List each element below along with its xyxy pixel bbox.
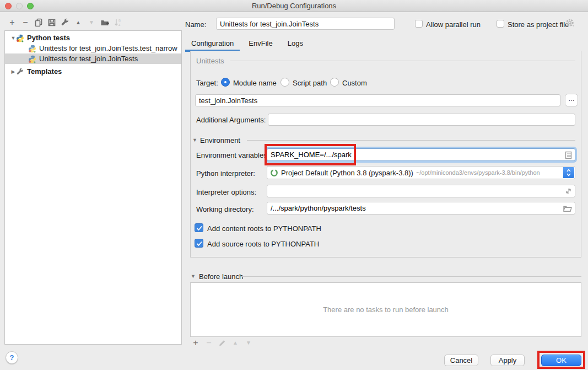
before-launch-collapse-arrow[interactable]: ▼: [191, 274, 196, 279]
name-label: Name:: [185, 20, 206, 29]
interpreter-options-input[interactable]: [267, 185, 575, 197]
tree-item-templates[interactable]: ▶ Templates: [5, 66, 181, 77]
tree-item-label: Templates: [27, 67, 62, 76]
python-icon: [16, 34, 25, 42]
remove-configuration-button[interactable]: −: [19, 17, 32, 29]
gear-icon: [565, 18, 575, 28]
working-directory-field[interactable]: [267, 202, 575, 215]
tab-configuration[interactable]: Configuration: [185, 36, 240, 51]
environment-collapse-arrow[interactable]: ▼: [192, 137, 197, 143]
interpreter-options-label: Interpreter options:: [196, 188, 256, 196]
configurations-tree: ▼ Python tests Unittests for test_join.J…: [4, 30, 182, 345]
python-test-icon: [28, 45, 37, 52]
tab-logs[interactable]: Logs: [282, 36, 309, 51]
allow-parallel-run-label: Allow parallel run: [426, 20, 481, 29]
edit-templates-button[interactable]: [58, 17, 72, 29]
copy-configuration-button[interactable]: [32, 17, 45, 29]
move-down-button[interactable]: ▼: [85, 17, 98, 29]
target-custom-radio[interactable]: [330, 78, 339, 87]
target-module-name-radio[interactable]: [221, 78, 230, 87]
additional-arguments-label: Additional Arguments:: [196, 116, 266, 124]
sort-configurations-button[interactable]: az: [111, 17, 125, 29]
window-title: Run/Debug Configurations: [0, 2, 588, 10]
expand-editor-icon[interactable]: [565, 187, 572, 195]
wrench-icon: [16, 68, 25, 76]
dropdown-stepper-icon[interactable]: [563, 167, 574, 178]
add-source-roots-label: Add source roots to PYTHONPATH: [207, 240, 319, 248]
pencil-icon: [218, 339, 226, 347]
before-launch-toolbar: + − ▲ ▼: [189, 337, 255, 349]
before-launch-title: Before launch: [199, 272, 243, 281]
working-directory-input[interactable]: [267, 202, 575, 214]
browse-target-button[interactable]: ...: [565, 94, 578, 106]
config-tabs: Configuration EnvFile Logs: [185, 36, 581, 51]
before-launch-divider: [241, 276, 581, 277]
before-launch-empty-message: There are no tasks to run before launch: [323, 305, 449, 314]
python-interpreter-path: ~/opt/miniconda3/envs/pyspark-3.8/bin/py…: [416, 169, 540, 176]
store-options-gear-button[interactable]: [565, 18, 575, 28]
remove-task-button[interactable]: −: [202, 337, 215, 349]
target-script-path-radio[interactable]: [280, 78, 289, 87]
svg-text:a: a: [118, 18, 121, 22]
title-bar: Run/Debug Configurations: [0, 0, 588, 12]
environment-section-title: Environment: [200, 136, 240, 144]
expanded-arrow-icon[interactable]: ▼: [10, 35, 16, 41]
python-interpreter-select[interactable]: Project Default (Python 3.8 (pyspark-3.8…: [267, 166, 575, 179]
tree-item-unittest-narrow[interactable]: Unittests for test_join.JoinTests.test_n…: [5, 43, 181, 53]
annotation-box-ok: [537, 351, 585, 369]
configurations-toolbar: + − ▲ ▼ az: [6, 17, 125, 29]
environment-variables-label: Environment variables:: [196, 151, 269, 159]
group-divider: [230, 61, 575, 61]
wrench-icon: [61, 18, 69, 27]
python-interpreter-label: Python interpreter:: [196, 169, 255, 178]
tree-item-label: Python tests: [27, 34, 70, 42]
edit-variables-icon[interactable]: [565, 151, 572, 159]
new-folder-button[interactable]: [98, 17, 111, 29]
save-configuration-button[interactable]: [45, 17, 58, 29]
before-launch-tasks-panel: There are no tasks to run before launch: [190, 282, 581, 337]
additional-arguments-input[interactable]: [268, 114, 575, 126]
store-as-project-file-checkbox[interactable]: [497, 20, 504, 28]
cancel-button[interactable]: Cancel: [444, 355, 478, 366]
working-directory-label: Working directory:: [196, 205, 254, 213]
name-input[interactable]: [216, 18, 395, 30]
move-task-down-button[interactable]: ▼: [242, 337, 255, 349]
section-divider: [247, 140, 575, 141]
save-icon: [47, 18, 56, 27]
add-content-roots-label: Add content roots to PYTHONPATH: [207, 224, 321, 233]
edit-task-button[interactable]: [215, 337, 229, 349]
unittests-group-title: Unittests: [196, 57, 224, 65]
collapsed-arrow-icon[interactable]: ▶: [10, 69, 16, 74]
sort-az-icon: az: [114, 18, 122, 27]
store-as-project-file-label: Store as project file: [508, 20, 569, 29]
conda-env-icon: [270, 169, 278, 177]
target-module-name-label: Module name: [233, 79, 277, 87]
add-source-roots-checkbox[interactable]: [195, 239, 203, 248]
move-up-button[interactable]: ▲: [72, 17, 85, 29]
target-module-input[interactable]: [195, 94, 560, 106]
svg-text:z: z: [118, 23, 121, 26]
tree-item-label: Unittests for test_join.JoinTests: [39, 55, 138, 63]
tree-item-unittest-jointests-selected[interactable]: Unittests for test_join.JoinTests: [5, 53, 181, 64]
copy-icon: [34, 18, 43, 27]
add-configuration-button[interactable]: +: [6, 17, 19, 29]
target-custom-label: Custom: [342, 79, 367, 87]
tree-item-python-tests[interactable]: ▼ Python tests: [5, 33, 181, 43]
move-task-up-button[interactable]: ▲: [229, 337, 242, 349]
annotation-box-env-vars: [265, 144, 356, 165]
new-folder-icon: [100, 18, 110, 27]
tab-envfile[interactable]: EnvFile: [242, 36, 278, 51]
interpreter-options-field[interactable]: [267, 185, 575, 197]
allow-parallel-run-checkbox[interactable]: [415, 20, 423, 28]
help-button[interactable]: ?: [6, 351, 18, 364]
add-content-roots-checkbox[interactable]: [195, 223, 203, 232]
apply-button[interactable]: Apply: [490, 355, 525, 366]
configuration-panel: Unittests Target: Module name Script pat…: [190, 51, 581, 258]
add-task-button[interactable]: +: [189, 337, 202, 349]
target-label: Target:: [196, 79, 218, 87]
python-interpreter-value: Project Default (Python 3.8 (pyspark-3.8…: [281, 169, 413, 177]
browse-folder-icon[interactable]: [563, 205, 572, 212]
target-script-path-label: Script path: [293, 79, 327, 87]
python-test-icon: [28, 55, 37, 63]
tree-item-label: Unittests for test_join.JoinTests.test_n…: [39, 44, 177, 52]
